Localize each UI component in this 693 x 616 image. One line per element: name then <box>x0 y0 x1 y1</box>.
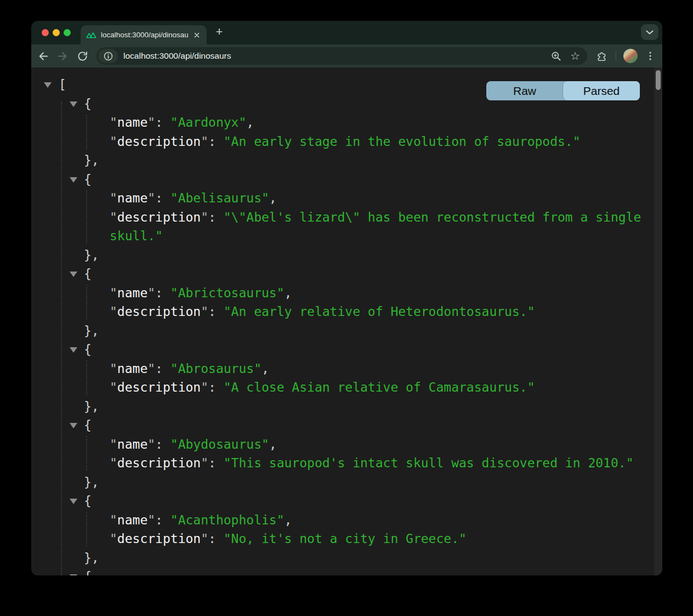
quote: " <box>110 210 117 224</box>
collapse-triangle-icon[interactable] <box>70 347 77 353</box>
view-toggle: Raw Parsed <box>486 81 640 100</box>
comma: , <box>269 191 277 205</box>
collapse-triangle-icon[interactable] <box>70 499 77 504</box>
collapse-triangle-icon[interactable] <box>70 101 77 107</box>
tab-search-button[interactable] <box>641 24 658 40</box>
open-brace: { <box>84 569 92 575</box>
quote: " <box>110 532 117 546</box>
url-text: localhost:3000/api/dinosaurs <box>123 51 550 61</box>
quote: " <box>110 115 117 129</box>
quote: " <box>110 437 117 451</box>
collapse-triangle-icon[interactable] <box>70 177 77 183</box>
browser-tab[interactable]: localhost:3000/api/dinosaurs <box>81 25 207 44</box>
name-line: "name": "Acanthopholis", <box>110 511 650 530</box>
close-brace: }, <box>84 248 99 262</box>
quote: " <box>147 513 155 527</box>
quote: " <box>201 304 208 319</box>
json-array-item: {"name": "Abrosaurus","description": "A … <box>31 340 654 416</box>
colon: : <box>155 115 171 129</box>
object-open-line: { <box>31 416 654 435</box>
json-value: "Abrictosaurus" <box>171 286 285 300</box>
forward-arrow-icon <box>57 50 69 62</box>
tree-guide-line <box>86 115 87 149</box>
comma: , <box>246 115 254 129</box>
quote: " <box>201 380 208 394</box>
zoom-icon[interactable] <box>550 50 562 62</box>
extensions-button[interactable] <box>592 46 611 66</box>
open-brace: { <box>84 494 92 508</box>
json-array-item: {"name": "Aardonyx","description": "An e… <box>31 94 654 170</box>
close-window-button[interactable] <box>42 29 49 36</box>
new-tab-button[interactable]: + <box>212 25 227 40</box>
comma: , <box>269 437 277 451</box>
profile-avatar[interactable] <box>623 49 638 63</box>
raw-tab[interactable]: Raw <box>486 81 563 100</box>
scrollbar-thumb[interactable] <box>656 70 661 90</box>
json-value: "An early relative of Heterodontosaurus.… <box>224 304 535 319</box>
tree-guide-line <box>86 360 87 395</box>
open-brace: { <box>84 172 92 187</box>
json-key: description <box>117 210 201 224</box>
quote: " <box>147 361 155 376</box>
quote: " <box>110 191 117 205</box>
bookmark-star-icon[interactable]: ☆ <box>570 50 580 61</box>
collapse-triangle-icon[interactable] <box>70 272 77 277</box>
extensions-puzzle-icon <box>596 50 607 62</box>
tree-guide-line <box>86 436 87 471</box>
reload-button[interactable] <box>72 46 92 66</box>
collapse-triangle-icon[interactable] <box>44 82 52 88</box>
site-info-icon[interactable] <box>98 49 118 63</box>
object-open-line: { <box>31 491 654 511</box>
scrollbar-track[interactable] <box>654 67 662 575</box>
quote: " <box>201 210 208 224</box>
json-key: name <box>117 513 147 527</box>
comma: , <box>285 513 292 527</box>
quote: " <box>110 134 117 149</box>
tab-strip: localhost:3000/api/dinosaurs + <box>31 21 662 44</box>
json-tree: [{"name": "Aardonyx","description": "An … <box>31 67 654 575</box>
colon: : <box>208 456 224 470</box>
three-dot-menu-icon <box>645 50 656 61</box>
description-line: "description": "A close Asian relative o… <box>110 378 650 397</box>
object-open-line: { <box>31 567 654 575</box>
quote: " <box>201 134 208 149</box>
collapse-triangle-icon[interactable] <box>70 574 77 575</box>
parsed-tab[interactable]: Parsed <box>563 81 640 100</box>
tab-title: localhost:3000/api/dinosaurs <box>101 31 188 39</box>
colon: : <box>155 437 171 451</box>
zoom-window-button[interactable] <box>64 29 71 36</box>
open-brace: { <box>84 267 92 281</box>
quote: " <box>110 304 117 319</box>
json-value: "A close Asian relative of Camarasaurus.… <box>224 380 535 394</box>
forward-button[interactable] <box>53 46 72 66</box>
close-brace: }, <box>84 153 99 167</box>
address-bar[interactable]: localhost:3000/api/dinosaurs ☆ <box>96 47 587 65</box>
minimize-window-button[interactable] <box>53 29 60 36</box>
reload-icon <box>77 50 88 62</box>
nuxt-favicon-icon <box>86 31 96 39</box>
name-line: "name": "Abelisaurus", <box>110 189 650 208</box>
json-value: "Aardonyx" <box>171 115 246 129</box>
menu-button[interactable] <box>640 46 660 66</box>
quote: " <box>110 456 117 470</box>
name-line: "name": "Abrosaurus", <box>110 359 650 378</box>
colon: : <box>208 532 224 546</box>
colon: : <box>155 286 171 300</box>
open-bracket: [ <box>59 77 66 92</box>
json-array-item: {"name": "Acanthopholis","description": … <box>31 491 654 567</box>
tree-guide-line <box>86 190 87 244</box>
close-brace: }, <box>84 551 99 565</box>
colon: : <box>208 134 224 149</box>
json-key: description <box>117 532 201 546</box>
tree-guide-line <box>86 285 87 319</box>
collapse-triangle-icon[interactable] <box>70 423 77 428</box>
tree-guide-line <box>86 512 87 546</box>
back-button[interactable] <box>33 46 53 66</box>
open-brace: { <box>84 418 92 432</box>
json-array-item: {"name": "Abrictosaurus","description": … <box>31 264 654 340</box>
toolbar-divider <box>616 50 616 61</box>
tab-close-icon[interactable] <box>192 31 201 39</box>
object-close-line: }, <box>31 151 654 170</box>
quote: " <box>147 115 155 129</box>
name-line: "name": "Aardonyx", <box>110 113 650 132</box>
